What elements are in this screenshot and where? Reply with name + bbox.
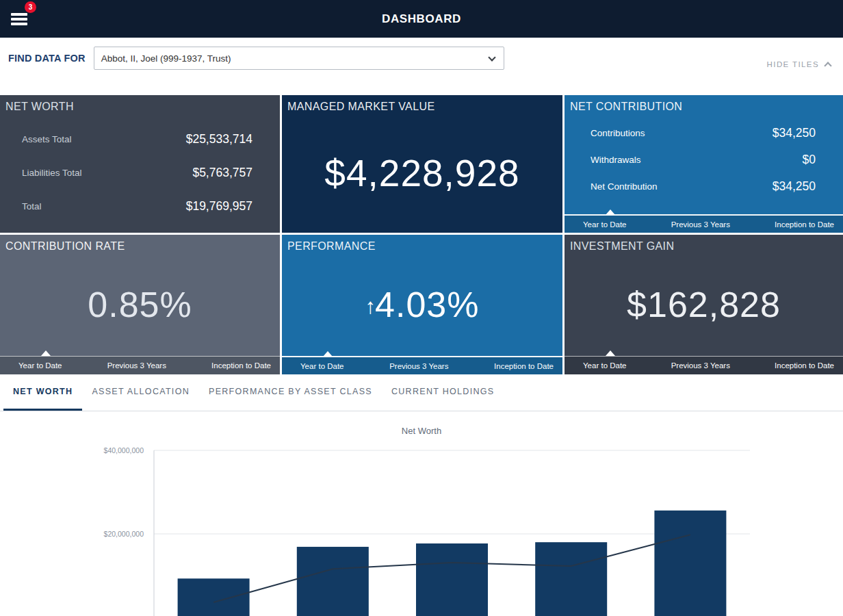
stat-row: Withdrawals $0 [591,146,816,173]
stat-value: $34,250 [773,179,816,194]
selected-period-indicator [41,350,51,356]
performance-value: 4.03% [375,285,479,324]
stat-value: $25,533,714 [186,132,252,146]
period-tab-previous-3-years[interactable]: Previous 3 Years [671,220,730,229]
tab-performance-by-asset-class[interactable]: PERFORMANCE BY ASSET CLASS [199,374,382,411]
stat-value: $19,769,957 [186,199,252,214]
period-tab-inception-to-date[interactable]: Inception to Date [211,361,271,370]
period-tab-inception-to-date[interactable]: Inception to Date [775,220,834,229]
period-footer: Year to Date Previous 3 Years Inception … [565,214,843,233]
topbar: 3 DASHBOARD [0,0,843,38]
account-select-value: Abbot, II, Joel (999-1937, Trust) [101,53,231,64]
big-value: ↑4.03% [365,284,479,325]
find-data-bar: FIND DATA FOR Abbot, II, Joel (999-1937,… [0,38,843,95]
period-tab-previous-3-years[interactable]: Previous 3 Years [671,361,730,370]
chevron-down-icon [488,53,495,61]
stat-row: Total $19,769,957 [22,190,252,223]
tile-title: CONTRIBUTION RATE [0,235,280,253]
big-value: 0.85% [88,284,192,325]
period-tab-year-to-date[interactable]: Year to Date [583,361,627,370]
account-select[interactable]: Abbot, II, Joel (999-1937, Trust) [94,47,504,70]
stat-label: Net Contribution [591,181,658,192]
stat-label: Assets Total [22,134,72,144]
tab-asset-allocation[interactable]: ASSET ALLOCATION [82,374,199,411]
stat-label: Liabilities Total [22,168,82,178]
chevron-up-icon [824,62,831,69]
period-tab-previous-3-years[interactable]: Previous 3 Years [389,362,448,370]
tile-managed-market-value[interactable]: MANAGED MARKET VALUE $4,228,928 [282,95,562,233]
stat-row: Liabilities Total $5,763,757 [22,156,252,190]
big-value: $4,228,928 [324,151,519,195]
stat-row: Net Contribution $34,250 [591,173,816,200]
notification-badge: 3 [25,1,36,13]
hide-tiles-button[interactable]: HIDE TILES [767,60,831,68]
tile-net-contribution[interactable]: NET CONTRIBUTION Contributions $34,250 W… [565,95,843,233]
tile-title: NET WORTH [0,95,280,113]
tile-investment-gain[interactable]: INVESTMENT GAIN $162,828 Year to Date Pr… [565,235,843,374]
selected-period-indicator [606,350,615,356]
tile-performance[interactable]: PERFORMANCE ↑4.03% Year to Date Previous… [282,235,562,374]
stat-value: $0 [803,153,816,167]
tile-contribution-rate[interactable]: CONTRIBUTION RATE 0.85% Year to Date Pre… [0,235,280,374]
period-tab-inception-to-date[interactable]: Inception to Date [494,362,554,370]
period-tab-inception-to-date[interactable]: Inception to Date [775,361,834,370]
stat-value: $5,763,757 [192,166,252,180]
selected-period-indicator [606,209,615,215]
svg-text:$40,000,000: $40,000,000 [104,446,144,454]
tile-title: MANAGED MARKET VALUE [282,95,562,113]
svg-text:$20,000,000: $20,000,000 [104,530,144,538]
period-footer: Year to Date Previous 3 Years Inception … [282,356,562,374]
stat-rows: Assets Total $25,533,714 Liabilities Tot… [0,113,280,223]
tile-title: NET CONTRIBUTION [565,95,843,113]
find-data-label: FIND DATA FOR [8,53,86,64]
big-value: $162,828 [627,284,781,325]
section-tabs: NET WORTH ASSET ALLOCATION PERFORMANCE B… [0,374,843,411]
period-tab-year-to-date[interactable]: Year to Date [18,361,62,370]
period-tab-year-to-date[interactable]: Year to Date [300,362,344,370]
tile-title: PERFORMANCE [282,235,562,253]
stat-row: Assets Total $25,533,714 [22,123,252,156]
tab-net-worth[interactable]: NET WORTH [3,374,82,411]
hamburger-icon [11,13,27,16]
net-worth-chart-canvas: $40,000,000$20,000,000 [0,411,843,616]
net-worth-chart: Net Worth $40,000,000$20,000,000 [0,411,843,616]
tiles-grid: NET WORTH Assets Total $25,533,714 Liabi… [0,95,843,374]
stat-label: Withdrawals [591,155,641,165]
stat-rows: Contributions $34,250 Withdrawals $0 Net… [565,113,843,200]
period-footer: Year to Date Previous 3 Years Inception … [0,356,280,374]
tab-current-holdings[interactable]: CURRENT HOLDINGS [382,374,504,411]
stat-label: Total [22,201,42,211]
period-tab-previous-3-years[interactable]: Previous 3 Years [107,361,166,370]
period-tab-year-to-date[interactable]: Year to Date [583,220,627,229]
tile-net-worth[interactable]: NET WORTH Assets Total $25,533,714 Liabi… [0,95,280,233]
stat-row: Contributions $34,250 [591,120,816,146]
tile-title: INVESTMENT GAIN [565,235,843,253]
stat-label: Contributions [591,128,645,138]
page-title: DASHBOARD [382,12,461,26]
period-footer: Year to Date Previous 3 Years Inception … [565,356,843,374]
hide-tiles-label: HIDE TILES [767,60,819,68]
stat-value: $34,250 [773,126,816,140]
selected-period-indicator [323,351,333,357]
